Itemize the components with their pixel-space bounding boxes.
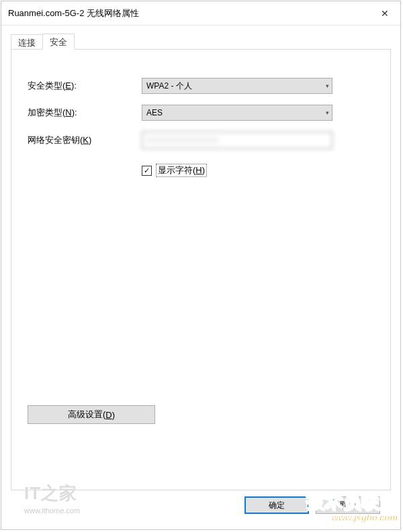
tabs-header: 连接 安全 [11,34,391,50]
label-show-chars: 显示字符(H) [156,164,207,177]
tab-connection[interactable]: 连接 [11,34,43,49]
cancel-button[interactable]: 取消 [316,496,380,514]
tab-security-label: 安全 [50,36,67,48]
close-button[interactable]: ✕ [369,2,400,25]
chevron-down-icon: ▾ [326,83,329,89]
row-encryption-type: 加密类型(N): AES ▾ [28,105,374,121]
control-wrap: XXXXXXXXXXXX [142,131,374,149]
label-security-key: 网络安全密钥(K) [28,134,142,146]
checkbox-show-chars[interactable]: ✓ [142,166,152,176]
row-show-chars: ✓ 显示字符(H) [142,164,374,177]
input-security-key[interactable]: XXXXXXXXXXXX [142,131,332,149]
check-icon: ✓ [144,166,150,175]
chevron-down-icon: ▾ [326,109,329,116]
row-security-key: 网络安全密钥(K) XXXXXXXXXXXX [28,131,374,149]
dialog-body: 连接 安全 安全类型(E): WPA2 - 个人 ▾ 加密类型(N): [1,25,400,529]
titlebar: Ruanmei.com-5G-2 无线网络属性 ✕ [1,1,400,25]
dropdown-security-type-value: WPA2 - 个人 [146,81,326,92]
tab-panel-security: 安全类型(E): WPA2 - 个人 ▾ 加密类型(N): AES ▾ [11,50,391,490]
spacer [28,177,374,405]
dropdown-encryption-type[interactable]: AES ▾ [142,105,332,121]
label-security-type: 安全类型(E): [28,80,142,92]
tab-connection-label: 连接 [18,37,36,49]
row-security-type: 安全类型(E): WPA2 - 个人 ▾ [28,78,374,94]
control-wrap: AES ▾ [142,105,374,121]
dropdown-security-type[interactable]: WPA2 - 个人 ▾ [142,78,332,94]
label-encryption-type: 加密类型(N): [28,107,142,119]
tab-security[interactable]: 安全 [42,34,75,50]
window-title: Ruanmei.com-5G-2 无线网络属性 [8,7,369,19]
close-icon: ✕ [381,8,389,19]
control-wrap: WPA2 - 个人 ▾ [142,78,374,94]
dialog-footer: 确定 取消 [11,490,391,520]
advanced-settings-button[interactable]: 高级设置(D) [28,405,155,424]
dropdown-encryption-type-value: AES [146,108,326,117]
ok-button[interactable]: 确定 [244,496,309,514]
advanced-area: 高级设置(D) [28,405,374,424]
dialog-window: Ruanmei.com-5G-2 无线网络属性 ✕ 连接 安全 安全类型(E):… [1,1,401,530]
